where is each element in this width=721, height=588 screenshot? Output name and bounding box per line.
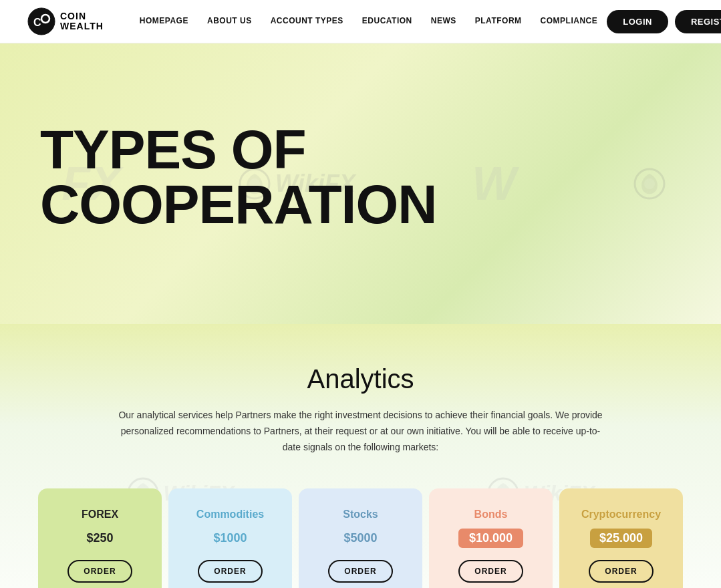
nav-platform[interactable]: PLATFORM: [466, 9, 531, 33]
card-stocks-title: Stocks: [343, 508, 378, 521]
card-forex: FOREX $250 ORDER: [38, 488, 162, 588]
card-bonds-price: $10.000: [458, 529, 523, 548]
logo-icon: C: [27, 7, 56, 36]
register-button[interactable]: REGISTER: [675, 10, 721, 33]
card-commodities-price: $1000: [205, 529, 255, 548]
login-button[interactable]: LOGIN: [607, 10, 668, 33]
header-actions: LOGIN REGISTER: [607, 10, 721, 33]
card-bonds: Bonds $10.000 ORDER: [429, 488, 553, 588]
card-forex-order-button[interactable]: ORDER: [67, 560, 132, 583]
main-nav: HOMEPAGE ABOUT US ACCOUNT TYPES EDUCATIO…: [130, 9, 607, 33]
card-crypto: Cryptocurrency $25.000 ORDER: [559, 488, 683, 588]
card-forex-price: $250: [78, 529, 121, 548]
svg-text:C: C: [33, 17, 41, 28]
card-bonds-order-button[interactable]: ORDER: [458, 560, 523, 583]
card-commodities-order-button[interactable]: ORDER: [198, 560, 262, 583]
card-stocks: Stocks $5000 ORDER: [299, 488, 422, 588]
analytics-title: Analytics: [307, 364, 414, 394]
nav-news[interactable]: NEWS: [422, 9, 466, 33]
analytics-description: Our analytical services help Partners ma…: [114, 408, 608, 455]
card-stocks-order-button[interactable]: ORDER: [328, 560, 392, 583]
card-crypto-title: Cryptocurrency: [581, 508, 661, 521]
nav-compliance[interactable]: COMPLIANCE: [531, 9, 607, 33]
header: C COIN WEALTH HOMEPAGE ABOUT US ACCOUNT …: [0, 0, 721, 43]
card-stocks-price: $5000: [335, 529, 385, 548]
card-commodities-title: Commodities: [196, 508, 264, 521]
nav-about-us[interactable]: ABOUT US: [198, 9, 261, 33]
analytics-section: WikiFX WikiFX Analytics Our analytical s…: [0, 324, 721, 588]
card-crypto-order-button[interactable]: ORDER: [589, 560, 653, 583]
cards-row: FOREX $250 ORDER Commodities $1000 ORDER…: [27, 488, 694, 588]
nav-homepage[interactable]: HOMEPAGE: [130, 9, 198, 33]
card-bonds-title: Bonds: [474, 508, 508, 521]
logo[interactable]: C COIN WEALTH: [27, 7, 104, 36]
card-forex-title: FOREX: [82, 508, 118, 521]
hero-section: FX WikiFX W TYPES OF COOPERATION: [0, 43, 721, 324]
card-commodities: Commodities $1000 ORDER: [168, 488, 292, 588]
logo-text: COIN WEALTH: [60, 11, 104, 32]
nav-education[interactable]: EDUCATION: [353, 9, 422, 33]
card-crypto-price: $25.000: [590, 529, 652, 548]
hero-title: TYPES OF COOPERATION: [40, 122, 681, 232]
nav-account-types[interactable]: ACCOUNT TYPES: [261, 9, 353, 33]
